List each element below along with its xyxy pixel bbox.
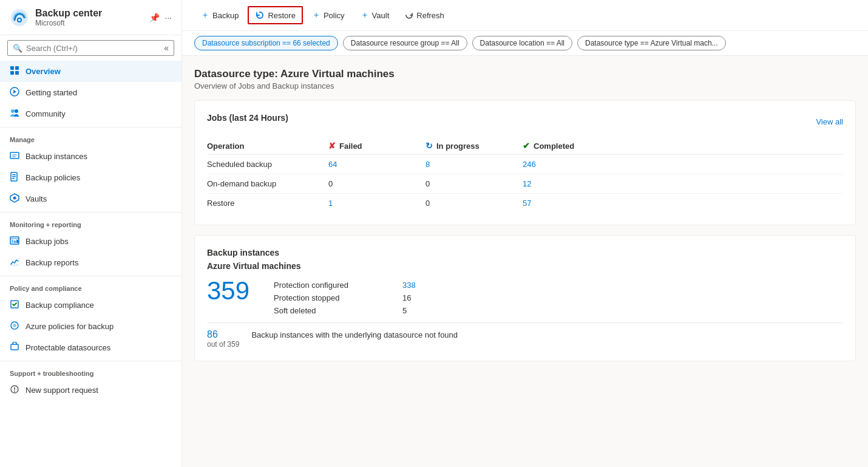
svg-rect-12 <box>12 174 16 176</box>
filter-resource-group-label: Datasource resource group == All <box>351 39 459 47</box>
svg-rect-24 <box>11 344 18 350</box>
instances-footer-number[interactable]: 86 <box>207 329 239 340</box>
col-operation: Operation <box>207 141 328 151</box>
svg-rect-3 <box>10 66 14 70</box>
inprogress-status-icon: ↻ <box>426 141 433 151</box>
row2-completed[interactable]: 12 <box>523 179 620 188</box>
refresh-icon <box>405 11 413 19</box>
protectable-icon <box>10 342 19 353</box>
jobs-table-header: Operation ✘ Failed ↻ In progress ✔ Compl… <box>207 137 843 155</box>
backup-reports-icon <box>10 257 19 268</box>
sidebar-search-container: 🔍 « <box>7 40 174 56</box>
row2-operation: On-demand backup <box>207 179 328 188</box>
main-content: ＋ Backup Restore ＋ Policy ＋ Vault Refres… <box>182 0 868 467</box>
filter-subscription-label: Datasource subscription == 66 selected <box>202 39 330 47</box>
row2-inprogress: 0 <box>426 179 523 188</box>
svg-point-23 <box>13 324 16 327</box>
toolbar: ＋ Backup Restore ＋ Policy ＋ Vault Refres… <box>182 0 868 31</box>
failed-status-icon: ✘ <box>328 141 336 151</box>
filter-resource-group[interactable]: Datasource resource group == All <box>343 36 467 50</box>
policy-button[interactable]: ＋ Policy <box>305 6 351 24</box>
more-icon[interactable]: ··· <box>164 13 172 22</box>
sidebar-item-backup-jobs[interactable]: Backup jobs <box>0 231 181 252</box>
svg-point-15 <box>13 197 16 200</box>
svg-rect-6 <box>15 71 19 75</box>
row1-completed[interactable]: 246 <box>523 160 620 169</box>
sidebar-item-overview[interactable]: Overview <box>0 61 181 82</box>
page-title: Datasource type: Azure Virtual machines <box>194 68 856 80</box>
sidebar-item-backup-policies[interactable]: Backup policies <box>0 167 181 188</box>
restore-button-label: Restore <box>268 11 296 20</box>
sidebar-header-icons: 📌 ··· <box>149 13 172 22</box>
completed-status-icon: ✔ <box>523 141 530 151</box>
vault-button[interactable]: ＋ Vault <box>354 6 396 24</box>
svg-point-2 <box>18 19 21 21</box>
filter-location-label: Datasource location == All <box>480 39 565 47</box>
sidebar-item-getting-started[interactable]: Getting started <box>0 82 181 103</box>
sidebar-item-protectable[interactable]: Protectable datasources <box>0 337 181 358</box>
sidebar-item-backup-reports[interactable]: Backup reports <box>0 252 181 273</box>
backup-compliance-icon <box>10 299 19 311</box>
manage-section-label: Manage <box>0 127 181 146</box>
sidebar-item-vaults[interactable]: Vaults <box>0 188 181 210</box>
app-title: Backup center <box>35 7 102 19</box>
instances-row-configured: Protection configured 338 <box>274 281 416 290</box>
protection-configured-label: Protection configured <box>274 281 395 290</box>
instances-footer-left: 86 out of 359 <box>207 329 239 349</box>
instances-body: 359 Protection configured 338 Protection… <box>207 278 843 315</box>
filter-type[interactable]: Datasource type == Azure Virtual mach... <box>577 36 726 50</box>
row3-completed[interactable]: 57 <box>523 199 620 208</box>
sidebar-item-azure-policies[interactable]: Azure policies for backup <box>0 316 181 337</box>
instances-row-stopped: Protection stopped 16 <box>274 293 416 302</box>
table-row: Restore 1 0 57 <box>207 194 843 213</box>
sidebar-title-block: Backup center Microsoft <box>35 7 102 27</box>
community-icon <box>10 108 19 120</box>
page-subtitle: Overview of Jobs and Backup instances <box>194 81 856 90</box>
row1-inprogress[interactable]: 8 <box>426 160 523 169</box>
row3-operation: Restore <box>207 199 328 208</box>
refresh-button-label: Refresh <box>416 11 444 20</box>
search-input[interactable] <box>26 44 161 53</box>
svg-rect-20 <box>10 265 19 265</box>
view-all-link[interactable]: View all <box>816 117 843 126</box>
vault-plus-icon: ＋ <box>361 10 369 21</box>
svg-rect-18 <box>14 240 16 243</box>
sidebar-item-community[interactable]: Community <box>0 103 181 124</box>
pin-icon[interactable]: 📌 <box>149 13 160 22</box>
vaults-icon <box>10 193 19 205</box>
filter-subscription[interactable]: Datasource subscription == 66 selected <box>194 36 338 50</box>
row2-failed: 0 <box>328 179 426 188</box>
sidebar-item-overview-label: Overview <box>25 67 61 76</box>
sidebar-item-backup-reports-label: Backup reports <box>25 258 78 267</box>
azure-policies-icon <box>10 321 19 332</box>
backup-instances-icon <box>10 151 19 162</box>
sidebar-item-new-support[interactable]: New support request <box>0 380 181 401</box>
filter-type-label: Datasource type == Azure Virtual mach... <box>585 39 718 47</box>
sidebar-item-backup-instances[interactable]: Backup instances <box>0 146 181 167</box>
sidebar-item-new-support-label: New support request <box>25 386 98 395</box>
backup-button[interactable]: ＋ Backup <box>194 6 245 24</box>
col-failed: ✘ Failed <box>328 141 426 151</box>
instances-footer-desc: Backup instances with the underlying dat… <box>251 329 458 339</box>
backup-plus-icon: ＋ <box>201 10 209 21</box>
jobs-card-title: Jobs (last 24 Hours) <box>207 113 288 123</box>
instances-details: Protection configured 338 Protection sto… <box>274 278 416 315</box>
row1-failed[interactable]: 64 <box>328 160 426 169</box>
policy-plus-icon: ＋ <box>312 10 320 21</box>
row3-failed[interactable]: 1 <box>328 199 426 208</box>
instances-row-deleted: Soft deleted 5 <box>274 306 416 315</box>
collapse-icon[interactable]: « <box>164 43 169 53</box>
sidebar-item-backup-compliance[interactable]: Backup compliance <box>0 295 181 316</box>
refresh-button[interactable]: Refresh <box>398 7 451 24</box>
jobs-card: Jobs (last 24 Hours) View all Operation … <box>194 100 856 225</box>
restore-button[interactable]: Restore <box>248 6 303 24</box>
new-support-icon <box>10 384 19 396</box>
sidebar-item-community-label: Community <box>25 109 66 118</box>
protection-configured-value[interactable]: 338 <box>402 281 416 290</box>
svg-rect-19 <box>16 240 18 243</box>
sidebar: Backup center Microsoft 📌 ··· 🔍 « Overvi… <box>0 0 182 467</box>
backup-button-label: Backup <box>212 11 239 20</box>
filter-location[interactable]: Datasource location == All <box>472 36 572 50</box>
sidebar-item-backup-jobs-label: Backup jobs <box>25 237 69 246</box>
table-row: On-demand backup 0 0 12 <box>207 174 843 194</box>
